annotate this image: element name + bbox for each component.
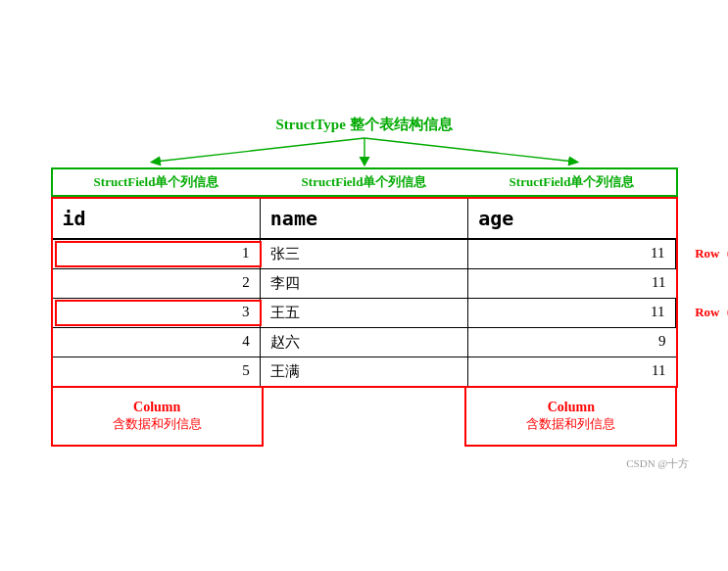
- table-row: 2 李四 11: [53, 269, 676, 299]
- cell-age-2: 11: [468, 299, 676, 327]
- cell-name-3: 赵六: [261, 328, 468, 357]
- table-row: 1 张三 11 Row（含数据）: [53, 240, 676, 269]
- arrows-area: [51, 138, 678, 167]
- column-label-2: Column 含数据和列信息: [464, 388, 677, 447]
- column-label-1: [264, 388, 464, 447]
- row-label-2: Row（含数据）: [695, 304, 728, 321]
- cell-name-2: 王五: [261, 299, 468, 327]
- cell-id-4: 5: [53, 357, 261, 386]
- table-row: 3 王五 11 Row（含数据）: [53, 299, 676, 328]
- cell-age-0: 11: [468, 240, 676, 268]
- table-header-row: id name age: [53, 199, 676, 240]
- header-age: age: [468, 199, 675, 238]
- columns-area: Column 含数据和列信息 Column 含数据和列信息: [51, 388, 678, 447]
- column-label-0: Column 含数据和列信息: [51, 388, 264, 447]
- table-row: 4 赵六 9: [53, 328, 676, 357]
- struct-field-0: StructField单个列信息: [51, 167, 261, 197]
- struct-fields-row: StructField单个列信息 StructField单个列信息 Struct…: [51, 167, 678, 197]
- row-highlight-2: [55, 300, 263, 326]
- row-highlight-0: [55, 241, 263, 267]
- cell-name-4: 王满: [261, 357, 468, 386]
- cell-name-1: 李四: [261, 269, 468, 298]
- main-table: id name age 1 张三 11 Row（含数据） 2 李四 11 3: [51, 197, 678, 388]
- struct-type-label: StructType 整个表结构信息: [51, 116, 678, 134]
- struct-field-1: StructField单个列信息: [261, 167, 468, 197]
- arrows-svg: [51, 138, 678, 167]
- cell-age-1: 11: [468, 269, 675, 298]
- cell-age-3: 9: [468, 328, 675, 357]
- struct-type-text: StructType 整个表结构信息: [275, 117, 452, 132]
- row-label-0: Row（含数据）: [695, 245, 728, 262]
- header-id: id: [53, 199, 261, 238]
- svg-line-2: [364, 138, 574, 162]
- header-name: name: [261, 199, 468, 238]
- struct-field-2: StructField单个列信息: [468, 167, 678, 197]
- cell-id-3: 4: [53, 328, 261, 357]
- main-container: StructType 整个表结构信息 StructField单个列信息 Stru…: [31, 96, 698, 476]
- cell-id-1: 2: [53, 269, 261, 298]
- watermark: CSDN @十方: [626, 456, 689, 471]
- table-row: 5 王满 11: [53, 357, 676, 386]
- cell-age-4: 11: [468, 357, 675, 386]
- svg-line-0: [155, 138, 364, 162]
- cell-name-0: 张三: [261, 240, 468, 268]
